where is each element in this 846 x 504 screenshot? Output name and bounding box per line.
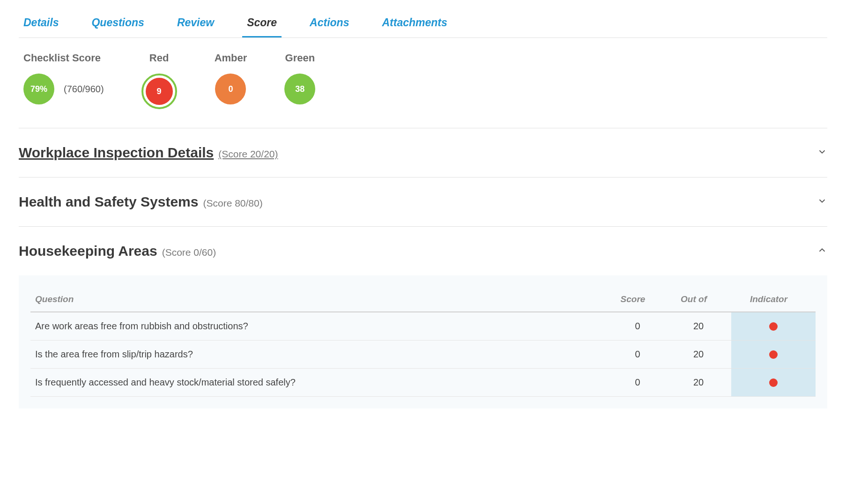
th-outof: Out of [661,294,727,304]
th-score: Score [605,294,661,304]
section-score: (Score 0/60) [162,247,216,258]
table-row[interactable]: Is the area free from slip/trip hazards?… [30,341,816,369]
green-count-circle[interactable]: 38 [284,74,315,104]
indicator-dot-red [769,350,778,359]
tab-actions[interactable]: Actions [305,9,354,37]
section-score: (Score 80/80) [203,198,262,209]
tab-details[interactable]: Details [19,9,63,37]
tab-questions[interactable]: Questions [87,9,148,37]
red-column: Red 9 [141,52,177,109]
th-question: Question [35,294,605,304]
section-header[interactable]: Housekeeping Areas(Score 0/60) [19,243,827,271]
cell-question: Is the area free from slip/trip hazards? [30,341,609,368]
cell-score: 0 [609,369,666,396]
section-title-wrap: Workplace Inspection Details(Score 20/20… [19,145,278,161]
cell-indicator [731,341,816,368]
chevron-down-icon [817,147,827,159]
chevron-up-icon [817,245,827,258]
indicator-dot-red [769,322,778,331]
checklist-row: 79% (760/960) [23,74,104,104]
cell-outof: 20 [666,369,731,396]
section-title-wrap: Housekeeping Areas(Score 0/60) [19,243,216,259]
th-indicator: Indicator [727,294,811,304]
section: Health and Safety Systems(Score 80/80) [19,177,827,226]
green-column: Green 38 [284,52,315,109]
green-label: Green [285,52,315,64]
amber-column: Amber 0 [215,52,247,109]
cell-question: Are work areas free from rubbish and obs… [30,312,609,340]
checklist-score-column: Checklist Score 79% (760/960) [23,52,104,109]
tab-review[interactable]: Review [172,9,219,37]
tabs-bar: DetailsQuestionsReviewScoreActionsAttach… [19,9,827,38]
cell-outof: 20 [666,312,731,340]
chevron-down-icon [817,196,827,208]
score-summary: Checklist Score 79% (760/960) Red 9 Ambe… [19,52,827,109]
indicator-dot-red [769,378,778,387]
section: Workplace Inspection Details(Score 20/20… [19,128,827,177]
checklist-ratio: (760/960) [64,84,104,95]
cell-indicator [731,312,816,340]
section-title-wrap: Health and Safety Systems(Score 80/80) [19,194,263,210]
questions-table: QuestionScoreOut ofIndicatorAre work are… [19,275,827,408]
red-circle-wrapper[interactable]: 9 [141,74,177,109]
tab-attachments[interactable]: Attachments [377,9,452,37]
amber-count-circle[interactable]: 0 [215,74,246,104]
cell-score: 0 [609,312,666,340]
section-title: Workplace Inspection Details [19,145,214,161]
section-header[interactable]: Workplace Inspection Details(Score 20/20… [19,145,827,172]
cell-score: 0 [609,341,666,368]
cell-indicator [731,369,816,396]
section-title: Housekeeping Areas [19,243,157,259]
red-label: Red [149,52,169,64]
cell-outof: 20 [666,341,731,368]
section-score: (Score 20/20) [218,148,278,160]
table-row[interactable]: Are work areas free from rubbish and obs… [30,312,816,341]
section-title: Health and Safety Systems [19,194,198,210]
checklist-percent-circle: 79% [23,74,54,104]
red-count-circle: 9 [146,78,173,105]
section-header[interactable]: Health and Safety Systems(Score 80/80) [19,194,827,222]
tab-score[interactable]: Score [242,9,282,37]
cell-question: Is frequently accessed and heavy stock/m… [30,369,609,396]
table-row[interactable]: Is frequently accessed and heavy stock/m… [30,369,816,397]
section: Housekeeping Areas(Score 0/60)QuestionSc… [19,226,827,413]
amber-label: Amber [215,52,247,64]
checklist-score-label: Checklist Score [23,52,101,64]
table-header-row: QuestionScoreOut ofIndicator [30,287,816,312]
